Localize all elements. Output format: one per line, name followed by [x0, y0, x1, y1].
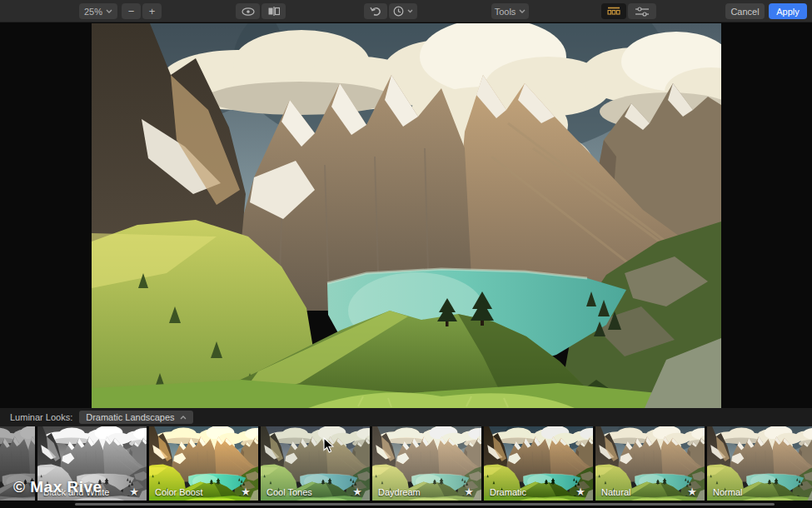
editor-canvas — [0, 22, 812, 408]
chevron-down-icon — [519, 9, 526, 13]
mouse-cursor — [323, 437, 334, 453]
undo-button[interactable] — [364, 3, 387, 19]
zoom-in-button[interactable]: + — [142, 3, 162, 19]
tools-menu-button[interactable]: Tools — [491, 3, 529, 19]
clock-icon — [393, 6, 404, 17]
landscape-photo — [92, 23, 721, 408]
preview-toggle-button[interactable] — [236, 3, 260, 19]
apply-button[interactable]: Apply — [769, 3, 807, 19]
look-label: Daydream — [378, 487, 421, 497]
looks-filmstrip-icon — [607, 7, 620, 16]
compare-button[interactable] — [262, 3, 286, 19]
looks-collection-value: Dramatic Landscapes — [86, 412, 174, 422]
before-after-split-icon — [268, 7, 280, 16]
zoom-level-value: 25% — [84, 7, 102, 17]
filmstrip-scrollbar[interactable] — [75, 503, 775, 506]
look-thumbnail-natural[interactable]: Natural ★ — [595, 426, 705, 501]
adjustment-sliders-icon — [635, 7, 649, 17]
photographer-credit: © Max Rive — [13, 478, 102, 496]
plus-icon: + — [149, 6, 156, 17]
chevron-down-icon — [106, 9, 112, 13]
zoom-out-button[interactable]: − — [122, 3, 141, 19]
photo-preview — [92, 23, 721, 408]
apply-label: Apply — [776, 7, 800, 17]
look-label: Color Boost — [155, 487, 202, 497]
zoom-level-select[interactable]: 25% — [79, 3, 117, 19]
star-icon[interactable]: ★ — [464, 486, 474, 498]
look-label: Dramatic — [490, 487, 526, 497]
looks-bar-label: Luminar Looks: — [10, 412, 72, 422]
look-thumbnail-daydream[interactable]: Daydream ★ — [372, 426, 481, 501]
chevron-up-icon — [180, 416, 187, 420]
filters-panel-toggle[interactable] — [628, 3, 656, 19]
look-thumbnail-color-boost[interactable]: Color Boost ★ — [149, 426, 258, 501]
looks-panel-toggle[interactable] — [601, 3, 626, 19]
look-thumbnail-dramatic[interactable]: Dramatic ★ — [484, 426, 593, 501]
tools-menu-label: Tools — [495, 7, 516, 17]
look-thumbnail-normal[interactable]: Normal ★ — [707, 426, 812, 501]
top-toolbar: 25% − + Tools — [0, 0, 812, 22]
star-icon[interactable]: ★ — [129, 486, 139, 498]
minus-icon: − — [128, 6, 135, 17]
star-icon[interactable]: ★ — [575, 486, 585, 498]
star-icon[interactable]: ★ — [241, 486, 251, 498]
cancel-button[interactable]: Cancel — [725, 3, 765, 19]
star-icon[interactable]: ★ — [352, 486, 362, 498]
history-button[interactable] — [389, 3, 417, 19]
cancel-label: Cancel — [730, 7, 759, 17]
undo-arrow-icon — [370, 7, 381, 17]
look-label: Normal — [713, 487, 742, 497]
chevron-down-icon — [407, 9, 413, 13]
looks-filmstrip: Black and White ★ Color Boost ★ Cool Ton… — [0, 426, 812, 501]
looks-collection-select[interactable]: Dramatic Landscapes — [79, 411, 192, 424]
eye-icon — [242, 7, 255, 16]
look-label: Natural — [601, 487, 630, 497]
star-icon[interactable]: ★ — [687, 486, 697, 498]
luminar-looks-bar: Luminar Looks: Dramatic Landscapes — [0, 408, 812, 426]
look-label: Cool Tones — [267, 487, 312, 497]
look-thumbnail-cool-tones[interactable]: Cool Tones ★ — [261, 426, 370, 501]
